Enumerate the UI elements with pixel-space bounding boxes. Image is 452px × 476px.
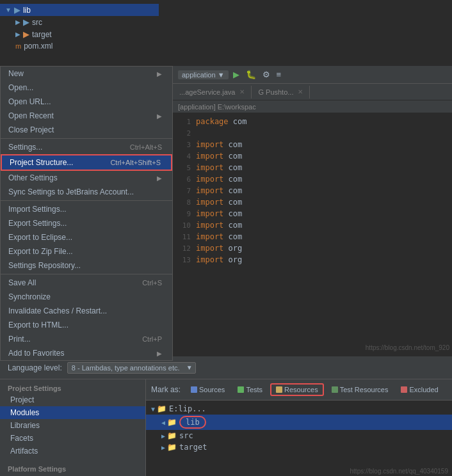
proj-tree-label-root: E:lip... bbox=[169, 404, 206, 413]
watermark-top: https://blog.csdn.net/tom_920 bbox=[366, 344, 449, 351]
project-structure-sidebar: Project Settings Project Modules Librari… bbox=[0, 379, 146, 476]
proj-tree-item-root[interactable]: ▼ 📁 E:lip... bbox=[146, 403, 452, 415]
code-text: import bbox=[196, 255, 223, 264]
menu-item-exporteclipse[interactable]: Export to Eclipse... bbox=[1, 230, 172, 244]
menu-item-addtofavorites[interactable]: Add to Favorites ▶ bbox=[1, 346, 172, 360]
code-text: com bbox=[229, 163, 243, 172]
menu-item-projectstructure[interactable]: Project Structure... Ctrl+Alt+Shift+S bbox=[1, 154, 172, 171]
build-button[interactable]: ⚙ bbox=[261, 69, 272, 80]
proj-tree-item-target[interactable]: ▶ 📁 target bbox=[146, 441, 452, 453]
tree-item-pom[interactable]: m pom.xml bbox=[0, 40, 159, 52]
code-line-5: 5 import com bbox=[173, 162, 452, 173]
code-area[interactable]: 1 package com 2 3 import com 4 import co… bbox=[173, 113, 452, 268]
tab-close-icon[interactable]: ✕ bbox=[298, 88, 303, 95]
menu-label-synchronize: Synchronize bbox=[8, 292, 51, 301]
menu-item-settingsrepo[interactable]: Settings Repository... bbox=[1, 258, 172, 273]
sidebar-item-libraries[interactable]: Libraries bbox=[0, 419, 145, 432]
expand-arrow: ▶ bbox=[161, 432, 165, 440]
sidebar-item-modules[interactable]: Modules bbox=[0, 406, 145, 419]
code-text: com bbox=[233, 117, 247, 126]
menu-item-exportzip[interactable]: Export to Zip File... bbox=[1, 244, 172, 258]
code-text: org bbox=[229, 244, 243, 253]
menu-item-print[interactable]: Print... Ctrl+P bbox=[1, 332, 172, 346]
mark-as-testresources-button[interactable]: Test Resources bbox=[327, 384, 394, 395]
sidebar-label-artifacts: Artifacts bbox=[10, 447, 38, 456]
shortcut-settings: Ctrl+Alt+S bbox=[130, 143, 162, 151]
menu-item-othersettings[interactable]: Other Settings ▶ bbox=[1, 171, 172, 185]
mark-as-excluded-button[interactable]: Excluded bbox=[396, 384, 443, 395]
line-number: 13 bbox=[173, 256, 196, 264]
project-structure-panel: Language level: 8 - Lambdas, type annota… bbox=[0, 356, 452, 476]
proj-tree-item-lib[interactable]: ◀ 📁 lib bbox=[146, 415, 452, 430]
run-config-dropdown[interactable]: application ▼ bbox=[178, 70, 229, 79]
line-number: 6 bbox=[173, 175, 196, 184]
editor-tab-pushto[interactable]: G Pushto... ✕ bbox=[252, 86, 310, 99]
folder-icon: ▶ bbox=[14, 5, 20, 15]
menu-item-synchronize[interactable]: Synchronize bbox=[1, 290, 172, 304]
language-level-dropdown[interactable]: 8 - Lambdas, type annotations etc. ▼ bbox=[67, 362, 196, 374]
sidebar-item-artifacts[interactable]: Artifacts bbox=[0, 445, 145, 457]
editor-tab-messageservice[interactable]: ...ageService.java ✕ bbox=[173, 86, 252, 99]
proj-tree-label-lib: lib bbox=[179, 416, 206, 429]
menu-item-open[interactable]: Open... bbox=[1, 81, 172, 95]
code-text: org bbox=[229, 255, 243, 264]
project-structure-content: Mark as: Sources Tests Resources Test Re… bbox=[146, 379, 452, 476]
menu-label-settingsrepo: Settings Repository... bbox=[8, 261, 81, 270]
menu-item-openrecent[interactable]: Open Recent ▶ bbox=[1, 109, 172, 123]
menu-item-syncjetbrains[interactable]: Sync Settings to JetBrains Account... bbox=[1, 185, 172, 199]
resources-label: Resources bbox=[284, 386, 318, 393]
editor-tabs: ...ageService.java ✕ G Pushto... ✕ bbox=[173, 84, 452, 100]
menu-label-exportsettings: Export Settings... bbox=[8, 219, 67, 228]
menu-label-saveall: Save All bbox=[8, 278, 36, 287]
mark-as-sources-button[interactable]: Sources bbox=[186, 384, 230, 395]
menu-label-openurl: Open URL... bbox=[8, 97, 51, 106]
menu-item-invalidatecaches[interactable]: Invalidate Caches / Restart... bbox=[1, 304, 172, 318]
sidebar-item-project[interactable]: Project bbox=[0, 393, 145, 406]
run-button[interactable]: ▶ bbox=[231, 69, 241, 80]
code-line-10: 10 import com bbox=[173, 219, 452, 231]
tree-item-target[interactable]: ▶ ▶ target bbox=[0, 28, 159, 40]
code-text: import bbox=[196, 175, 223, 184]
proj-tree-item-src[interactable]: ▶ 📁 src bbox=[146, 430, 452, 441]
menu-item-saveall[interactable]: Save All Ctrl+S bbox=[1, 276, 172, 290]
mark-as-tests-button[interactable]: Tests bbox=[232, 384, 268, 395]
line-number: 4 bbox=[173, 152, 196, 161]
code-text: com bbox=[229, 209, 243, 218]
folder-icon: ▶ bbox=[23, 17, 29, 27]
menu-item-new[interactable]: New ▶ bbox=[1, 67, 172, 81]
menu-separator-3 bbox=[1, 274, 172, 274]
tree-item-src[interactable]: ▶ ▶ src bbox=[0, 16, 159, 28]
code-text: import bbox=[196, 244, 223, 253]
expand-arrow: ▶ bbox=[15, 31, 20, 38]
line-number: 9 bbox=[173, 210, 196, 218]
code-text: com bbox=[229, 175, 243, 184]
menu-item-exportsettings[interactable]: Export Settings... bbox=[1, 216, 172, 230]
expand-arrow: ▶ bbox=[161, 444, 165, 451]
line-number: 12 bbox=[173, 244, 196, 253]
tests-dot-icon bbox=[238, 386, 244, 393]
code-line-12: 12 import org bbox=[173, 242, 452, 254]
menu-label-invalidatecaches: Invalidate Caches / Restart... bbox=[8, 306, 107, 315]
xml-file-icon: m bbox=[15, 42, 21, 50]
folder-icon-src: 📁 bbox=[167, 431, 177, 440]
debug-button[interactable]: 🐛 bbox=[244, 69, 258, 80]
menu-item-exporthtml[interactable]: Export to HTML... bbox=[1, 318, 172, 332]
menu-item-openurl[interactable]: Open URL... bbox=[1, 95, 172, 109]
more-toolbar-btn[interactable]: ≡ bbox=[275, 69, 284, 80]
mark-as-resources-button[interactable]: Resources bbox=[270, 383, 324, 396]
menu-item-importsettings[interactable]: Import Settings... bbox=[1, 202, 172, 216]
breadcrumb-text: [application] E:\workspac bbox=[178, 103, 256, 111]
menu-item-settings[interactable]: Settings... Ctrl+Alt+S bbox=[1, 140, 172, 154]
breadcrumb-bar: [application] E:\workspac bbox=[173, 100, 452, 113]
sources-label: Sources bbox=[199, 386, 225, 393]
line-number: 7 bbox=[173, 187, 196, 195]
tree-label-lib: lib bbox=[23, 6, 31, 15]
menu-separator-1 bbox=[1, 138, 172, 139]
menu-separator-2 bbox=[1, 200, 172, 201]
menu-item-closeproject[interactable]: Close Project bbox=[1, 123, 172, 137]
line-number: 8 bbox=[173, 198, 196, 207]
tab-close-icon[interactable]: ✕ bbox=[239, 88, 245, 95]
tree-item-lib[interactable]: ▼ ▶ lib bbox=[0, 4, 159, 16]
sidebar-item-facets[interactable]: Facets bbox=[0, 432, 145, 445]
code-line-8: 8 import com bbox=[173, 196, 452, 208]
